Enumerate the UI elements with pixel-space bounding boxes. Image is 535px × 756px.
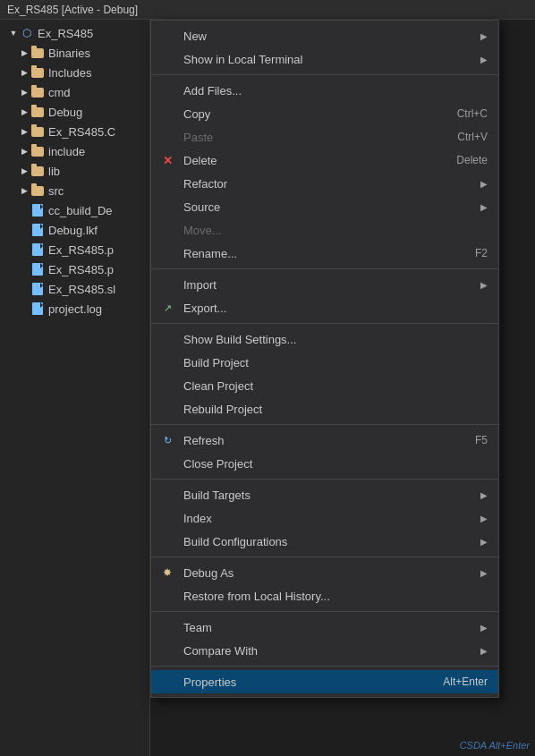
menu-item-index[interactable]: Index ▶ <box>151 506 498 530</box>
tree-label: cc_build_De <box>48 204 113 217</box>
menu-label-clean-project: Clean Project <box>183 379 488 393</box>
file-icon <box>30 262 45 276</box>
menu-item-debug-as[interactable]: ✸ Debug As ▶ <box>151 561 498 584</box>
refresh-icon: ↻ <box>160 433 174 447</box>
menu-item-compare-with[interactable]: Compare With ▶ <box>151 639 498 662</box>
menu-item-export[interactable]: ↗ Export... <box>151 296 498 319</box>
menu-label-build-project: Build Project <box>183 356 488 370</box>
menu-label-restore-local-history: Restore from Local History... <box>183 590 488 603</box>
menu-label-rename: Rename... <box>183 247 475 260</box>
shortcut-delete: Delete <box>456 154 488 166</box>
menu-label-build-targets: Build Targets <box>183 488 480 502</box>
tree-item-ex-rs485c[interactable]: ▶ Ex_RS485.C <box>0 122 149 141</box>
tree-label: Binaries <box>48 47 90 60</box>
debug-icon: ✸ <box>160 565 174 580</box>
file-icon <box>30 282 45 296</box>
menu-item-move: Move... <box>151 218 498 242</box>
expand-arrow: ▶ <box>18 125 30 138</box>
tree-label: Ex_RS485.C <box>48 125 115 139</box>
menu-item-build-targets[interactable]: Build Targets ▶ <box>151 483 498 506</box>
menu-label-properties: Properties <box>183 675 443 689</box>
tree-item-src[interactable]: ▶ src <box>0 181 149 200</box>
submenu-arrow-source: ▶ <box>480 202 488 212</box>
menu-item-delete[interactable]: ✕ Delete Delete <box>151 149 498 172</box>
tree-item-cc-build[interactable]: ▶ cc_build_De <box>0 200 149 220</box>
menu-item-refactor[interactable]: Refactor ▶ <box>151 172 498 195</box>
menu-item-import[interactable]: Import ▶ <box>151 273 498 296</box>
menu-item-clean-project[interactable]: Clean Project <box>151 374 498 397</box>
tree-item-ex-rs485sl[interactable]: ▶ Ex_RS485.sl <box>0 279 149 299</box>
shortcut-rename: F2 <box>475 247 488 259</box>
folder-open-icon <box>30 105 45 119</box>
main-area: ▼ ⬡ Ex_RS485 ▶ Binaries ▶ Includes ▶ <box>0 20 535 756</box>
tree-label: Debug <box>48 106 82 119</box>
file-icon <box>30 302 45 316</box>
shortcut-properties: Alt+Enter <box>443 675 488 688</box>
menu-item-source[interactable]: Source ▶ <box>151 195 498 218</box>
submenu-arrow-compare: ▶ <box>480 646 488 656</box>
menu-item-rebuild-project[interactable]: Rebuild Project <box>151 397 498 420</box>
tree-label: src <box>48 184 64 198</box>
tree-item-project-log[interactable]: ▶ project.log <box>0 299 149 319</box>
menu-label-add-files: Add Files... <box>183 84 488 98</box>
tree-item-debug[interactable]: ▶ Debug <box>0 102 149 122</box>
tree-label: Ex_RS485.p <box>48 243 114 257</box>
shortcut-copy: Ctrl+C <box>457 107 488 120</box>
menu-item-refresh[interactable]: ↻ Refresh F5 <box>151 429 498 452</box>
menu-label-build-configurations: Build Configurations <box>183 535 480 548</box>
expand-arrow: ▶ <box>18 145 30 157</box>
tree-label: Ex_RS485.p <box>48 263 114 276</box>
title-bar: Ex_RS485 [Active - Debug] <box>0 0 535 20</box>
tree-item-debug-lkf[interactable]: ▶ Debug.lkf <box>0 220 149 240</box>
tree-label: include <box>48 145 85 158</box>
submenu-arrow-team: ▶ <box>480 623 488 633</box>
tree-item-ex-rs485p1[interactable]: ▶ Ex_RS485.p <box>0 240 149 259</box>
folder-icon <box>30 85 45 99</box>
submenu-arrow-build-targets: ▶ <box>480 490 488 500</box>
tree-item-binaries[interactable]: ▶ Binaries <box>0 43 149 63</box>
menu-item-new[interactable]: New ▶ <box>151 24 498 47</box>
menu-label-show-build-settings: Show Build Settings... <box>183 333 488 346</box>
menu-item-restore-local-history[interactable]: Restore from Local History... <box>151 584 498 607</box>
submenu-arrow-terminal: ▶ <box>480 55 488 64</box>
submenu-arrow-index: ▶ <box>480 514 488 523</box>
title-text: Ex_RS485 [Active - Debug] <box>7 4 138 16</box>
tree-item-includes[interactable]: ▶ Includes <box>0 63 149 82</box>
shortcut-refresh: F5 <box>475 434 488 446</box>
menu-item-show-build-settings[interactable]: Show Build Settings... <box>151 327 498 351</box>
tree-item-root[interactable]: ▼ ⬡ Ex_RS485 <box>0 23 149 43</box>
menu-item-close-project[interactable]: Close Project <box>151 452 498 475</box>
menu-item-rename[interactable]: Rename... F2 <box>151 242 498 265</box>
menu-item-build-configurations[interactable]: Build Configurations ▶ <box>151 530 498 553</box>
menu-item-copy[interactable]: Copy Ctrl+C <box>151 102 498 125</box>
menu-item-add-files[interactable]: Add Files... <box>151 79 498 102</box>
menu-item-show-local-terminal[interactable]: Show in Local Terminal ▶ <box>151 47 498 71</box>
menu-label-new: New <box>183 30 480 43</box>
separator-4 <box>151 424 498 425</box>
menu-label-copy: Copy <box>183 107 457 121</box>
tree-item-lib[interactable]: ▶ lib <box>0 161 149 181</box>
tree-item-ex-rs485p2[interactable]: ▶ Ex_RS485.p <box>0 259 149 279</box>
menu-label-refactor: Refactor <box>183 177 480 191</box>
tree-label: Includes <box>48 66 91 80</box>
menu-item-team[interactable]: Team ▶ <box>151 616 498 639</box>
folder-open-icon <box>30 144 45 158</box>
submenu-arrow-build-config: ▶ <box>480 537 488 547</box>
menu-item-properties[interactable]: Properties Alt+Enter <box>151 670 498 693</box>
folder-open-icon <box>30 124 45 139</box>
menu-label-paste: Paste <box>183 131 457 144</box>
tree-item-cmd[interactable]: ▶ cmd <box>0 82 149 102</box>
tree-label: project.log <box>48 302 102 316</box>
tree-label: Debug.lkf <box>48 224 98 237</box>
folder-icon <box>30 46 45 60</box>
submenu-arrow-import: ▶ <box>480 280 488 290</box>
tree-item-include[interactable]: ▶ include <box>0 141 149 161</box>
tree-label: Ex_RS485 <box>38 27 93 40</box>
tree-label: Ex_RS485.sl <box>48 283 115 296</box>
menu-label-close-project: Close Project <box>183 457 488 471</box>
menu-label-import: Import <box>183 278 480 292</box>
menu-label-refresh: Refresh <box>183 434 475 447</box>
menu-item-paste: Paste Ctrl+V <box>151 125 498 149</box>
menu-item-build-project[interactable]: Build Project <box>151 351 498 374</box>
submenu-arrow-refactor: ▶ <box>480 179 488 189</box>
